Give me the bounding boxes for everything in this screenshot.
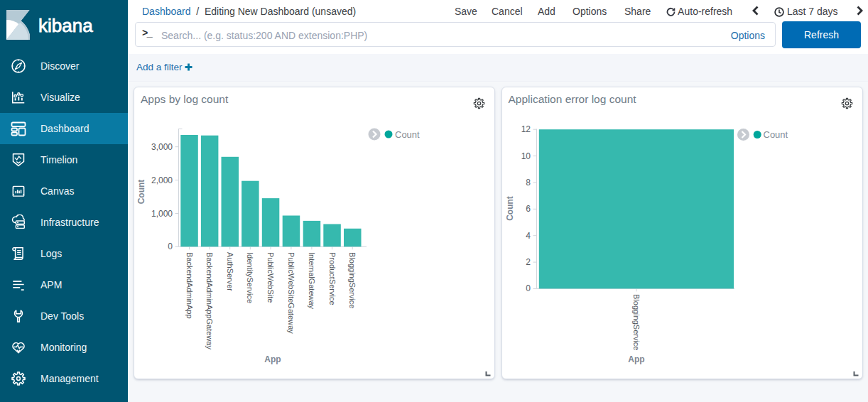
svg-text:InternalGateway: InternalGateway: [308, 252, 316, 310]
svg-text:BloggingService: BloggingService: [632, 294, 641, 351]
svg-text:Count: Count: [505, 196, 515, 221]
svg-text:2: 2: [526, 257, 531, 267]
svg-text:Count: Count: [763, 129, 788, 140]
svg-text:Count: Count: [395, 129, 420, 140]
svg-text:BackendAdminAppGateway: BackendAdminAppGateway: [205, 252, 214, 349]
svg-text:PublicWebSite: PublicWebSite: [266, 252, 275, 303]
svg-text:4: 4: [526, 231, 531, 241]
svg-text:AuthServer: AuthServer: [226, 252, 234, 291]
svg-text:App: App: [264, 354, 281, 364]
svg-text:BackendAdminApp: BackendAdminApp: [185, 252, 194, 319]
svg-text:0: 0: [526, 283, 531, 293]
svg-text:12: 12: [521, 124, 531, 134]
svg-text:Count: Count: [136, 180, 146, 205]
svg-text:ProductService: ProductService: [328, 252, 337, 305]
svg-text:8: 8: [526, 178, 531, 188]
svg-text:6: 6: [526, 204, 531, 214]
svg-text:10: 10: [521, 151, 531, 161]
svg-text:App: App: [628, 354, 644, 364]
svg-text:2,000: 2,000: [151, 175, 173, 185]
svg-text:0: 0: [168, 241, 173, 251]
svg-text:3,000: 3,000: [151, 142, 173, 152]
svg-text:PublicWebSiteGateway: PublicWebSiteGateway: [287, 252, 295, 334]
svg-text:IdentityService: IdentityService: [246, 252, 254, 303]
svg-text:1,000: 1,000: [151, 209, 173, 219]
svg-text:BloggingService: BloggingService: [348, 252, 357, 309]
